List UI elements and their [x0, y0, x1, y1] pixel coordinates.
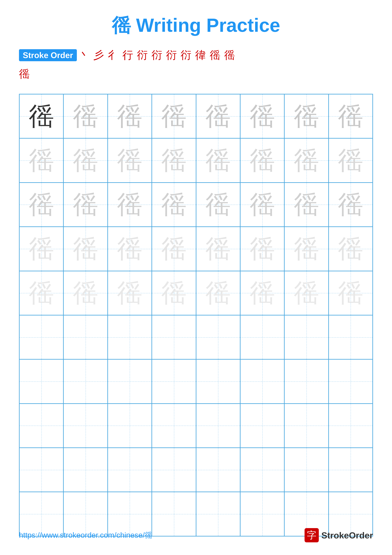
grid-cell[interactable]	[19, 315, 64, 359]
grid-cell[interactable]: 徭	[152, 183, 196, 227]
grid-cell[interactable]	[64, 359, 107, 403]
practice-char-guide: 徭	[29, 232, 54, 266]
practice-char-guide: 徭	[117, 143, 142, 177]
practice-char-guide: 徭	[338, 143, 363, 177]
grid-cell[interactable]	[19, 359, 64, 403]
logo-text: StrokeOrder	[321, 530, 373, 540]
practice-char-guide: 徭	[205, 99, 231, 133]
grid-cell[interactable]	[284, 359, 328, 403]
grid-cell[interactable]: 徭	[328, 94, 373, 138]
grid-cell[interactable]: 徭	[284, 271, 328, 315]
practice-char-guide: 徭	[73, 276, 98, 310]
grid-cell[interactable]	[152, 315, 196, 359]
grid-cell[interactable]: 徭	[196, 138, 240, 183]
grid-cell[interactable]: 徭	[64, 183, 107, 227]
grid-cell[interactable]	[328, 315, 373, 359]
grid-cell[interactable]: 徭	[196, 227, 240, 271]
grid-cell[interactable]: 徭	[196, 94, 240, 138]
grid-cell[interactable]	[240, 404, 284, 448]
grid-row-8	[19, 404, 373, 448]
grid-cell[interactable]	[196, 315, 240, 359]
grid-cell[interactable]	[108, 359, 152, 403]
grid-cell[interactable]: 徭	[328, 227, 373, 271]
grid-cell[interactable]	[240, 315, 284, 359]
grid-cell[interactable]: 徭	[284, 94, 328, 138]
grid-cell[interactable]: 徭	[240, 271, 284, 315]
grid-cell[interactable]: 徭	[64, 138, 107, 183]
grid-cell[interactable]: 徭	[328, 271, 373, 315]
grid-cell[interactable]: 徭	[240, 94, 284, 138]
stroke-final-char: 徭	[19, 67, 373, 81]
grid-row-6	[19, 315, 373, 359]
stroke-1: 丶	[79, 48, 90, 62]
grid-cell[interactable]: 徭	[108, 271, 152, 315]
grid-cell[interactable]	[64, 404, 107, 448]
grid-cell[interactable]	[152, 359, 196, 403]
title-character: 徭 Writing Practice	[112, 15, 280, 36]
grid-cell[interactable]: 徭	[240, 183, 284, 227]
grid-cell[interactable]	[108, 404, 152, 448]
grid-cell[interactable]: 徭	[284, 138, 328, 183]
grid-cell[interactable]	[19, 404, 64, 448]
grid-cell[interactable]: 徭	[152, 227, 196, 271]
grid-cell[interactable]	[240, 359, 284, 403]
page-title: 徭 Writing Practice	[112, 13, 280, 38]
grid-cell[interactable]: 徭	[152, 271, 196, 315]
grid-row-4: 徭 徭 徭 徭 徭 徭 徭 徭	[19, 227, 373, 271]
grid-cell[interactable]: 徭	[328, 138, 373, 183]
grid-cell[interactable]: 徭	[19, 183, 64, 227]
grid-row-7	[19, 359, 373, 403]
grid-cell[interactable]	[328, 359, 373, 403]
practice-char-guide: 徭	[250, 232, 275, 266]
footer-url[interactable]: https://www.strokeorder.com/chinese/徭	[19, 530, 152, 540]
grid-cell[interactable]	[108, 315, 152, 359]
grid-cell[interactable]	[152, 448, 196, 492]
grid-cell[interactable]: 徭	[64, 271, 107, 315]
grid-cell[interactable]: 徭	[284, 227, 328, 271]
grid-cell[interactable]	[196, 448, 240, 492]
practice-char-guide: 徭	[294, 232, 319, 266]
grid-cell[interactable]: 徭	[152, 138, 196, 183]
grid-cell[interactable]: 徭	[284, 183, 328, 227]
grid-cell[interactable]: 徭	[19, 227, 64, 271]
grid-cell[interactable]	[284, 315, 328, 359]
practice-char-guide: 徭	[250, 99, 275, 133]
practice-char-guide: 徭	[294, 99, 319, 133]
grid-cell[interactable]	[328, 404, 373, 448]
grid-cell[interactable]	[240, 448, 284, 492]
stroke-8: 衍	[181, 48, 191, 62]
grid-cell[interactable]: 徭	[108, 183, 152, 227]
grid-cell[interactable]: 徭	[196, 271, 240, 315]
grid-cell[interactable]: 徭	[240, 227, 284, 271]
stroke-order-section: Stroke Order 丶 彡 彳 行 衍 衍 衍 衍 徫 徭 徭 徭	[19, 48, 373, 88]
grid-cell[interactable]: 徭	[328, 183, 373, 227]
grid-cell[interactable]	[284, 404, 328, 448]
grid-cell[interactable]: 徭	[108, 94, 152, 138]
grid-cell[interactable]: 徭	[19, 138, 64, 183]
grid-cell[interactable]: 徭	[64, 227, 107, 271]
grid-cell[interactable]: 徭	[108, 138, 152, 183]
grid-cell[interactable]: 徭	[64, 94, 107, 138]
grid-cell[interactable]	[328, 448, 373, 492]
practice-char-guide: 徭	[161, 143, 187, 177]
grid-cell[interactable]: 徭	[19, 271, 64, 315]
grid-cell[interactable]	[108, 448, 152, 492]
grid-cell[interactable]	[284, 448, 328, 492]
grid-cell[interactable]	[196, 404, 240, 448]
grid-cell[interactable]: 徭	[240, 138, 284, 183]
grid-row-5: 徭 徭 徭 徭 徭 徭 徭 徭	[19, 271, 373, 315]
stroke-6: 衍	[151, 48, 162, 62]
grid-cell[interactable]	[196, 359, 240, 403]
practice-char-guide: 徭	[117, 188, 142, 222]
grid-cell[interactable]: 徭	[19, 94, 64, 138]
grid-cell[interactable]	[64, 448, 107, 492]
grid-row-9	[19, 448, 373, 492]
grid-cell[interactable]	[19, 448, 64, 492]
stroke-second-line: 徭	[19, 65, 373, 81]
grid-cell[interactable]: 徭	[152, 94, 196, 138]
grid-cell[interactable]	[64, 315, 107, 359]
logo-icon: 字	[305, 528, 319, 542]
grid-cell[interactable]: 徭	[108, 227, 152, 271]
grid-cell[interactable]: 徭	[196, 183, 240, 227]
grid-cell[interactable]	[152, 404, 196, 448]
